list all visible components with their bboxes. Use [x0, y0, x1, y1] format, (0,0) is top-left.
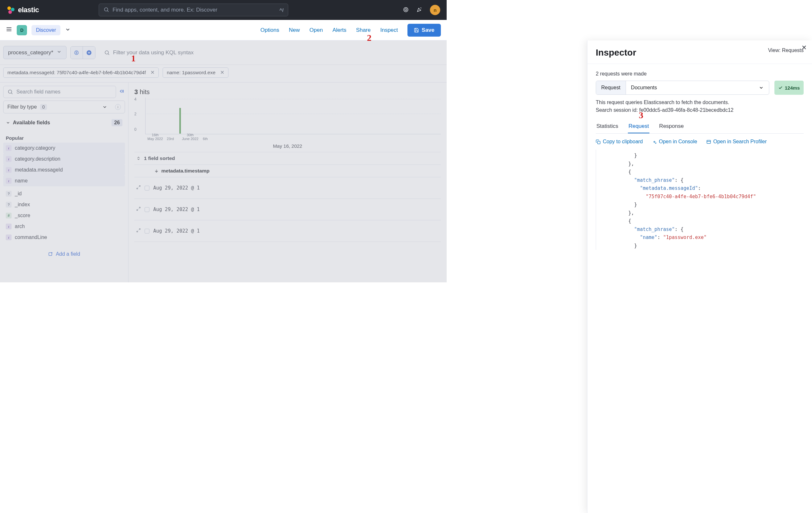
user-avatar[interactable]: n	[430, 5, 440, 15]
app-actions: Options New Open Alerts Share Inspect Sa…	[260, 24, 441, 37]
svg-line-27	[137, 209, 138, 210]
field-item[interactable]: tmetadata.messageId	[3, 164, 125, 175]
field-item[interactable]: ?_index	[3, 199, 125, 210]
field-item[interactable]: tname	[3, 175, 125, 186]
data-view-name: process_category*	[8, 50, 53, 56]
annotation-1: 1	[131, 53, 136, 64]
field-name: category.description	[15, 156, 60, 162]
discover-body: process_category* Filter your data using…	[0, 40, 447, 282]
field-item[interactable]: tcategory.description	[3, 154, 125, 164]
chart-bar	[179, 108, 181, 133]
field-search[interactable]: Search field names	[3, 86, 116, 98]
add-field-button[interactable]: Add a field	[3, 248, 125, 260]
hits-count: 3	[134, 88, 138, 95]
open-link[interactable]: Open	[310, 27, 323, 33]
field-type-filter[interactable]: Filter by type 0 i	[3, 100, 125, 113]
expand-icon[interactable]	[136, 185, 141, 191]
svg-point-3	[405, 9, 407, 10]
save-label: Save	[422, 27, 434, 33]
x-tick: 16th	[152, 133, 158, 137]
section-label: Available fields	[13, 120, 50, 126]
inspect-link[interactable]: Inspect	[380, 27, 398, 33]
search-icon	[104, 7, 109, 13]
brand-logo[interactable]: elastic	[6, 6, 39, 14]
chevron-down-icon[interactable]	[65, 27, 71, 33]
global-search-input[interactable]	[113, 7, 276, 13]
field-item[interactable]: tcategory.category	[3, 143, 125, 154]
expand-icon[interactable]	[136, 207, 141, 212]
fields-sidebar: Search field names Filter by type 0 i	[0, 83, 128, 282]
row-checkbox[interactable]	[145, 229, 149, 234]
alerts-link[interactable]: Alerts	[332, 27, 346, 33]
chevron-down-icon	[102, 104, 107, 110]
kql-placeholder: Filter your data using KQL syntax	[113, 50, 194, 56]
newsfeed-icon[interactable]	[403, 7, 409, 13]
field-name: name	[15, 178, 28, 184]
column-name: metadata.timestamp	[161, 168, 209, 174]
new-link[interactable]: New	[289, 27, 300, 33]
add-filter-button[interactable]	[83, 47, 95, 59]
doc-row[interactable]: Aug 29, 2022 @ 1	[134, 220, 441, 242]
field-item[interactable]: tarch	[3, 221, 125, 232]
field-search-placeholder: Search field names	[17, 89, 60, 95]
app-name-chip[interactable]: Discover	[31, 25, 60, 35]
share-link[interactable]: Share	[356, 27, 371, 33]
close-icon[interactable]: ✕	[149, 70, 154, 76]
text-type-icon: t	[6, 167, 11, 173]
doc-row[interactable]: Aug 29, 2022 @ 1	[134, 199, 441, 220]
options-link[interactable]: Options	[260, 27, 279, 33]
available-fields-header[interactable]: Available fields 26	[3, 116, 125, 129]
y-tick: 0	[134, 127, 137, 132]
svg-line-24	[139, 186, 140, 187]
filter-chips: metadata.messageId: 75f07c40-a4fe-4eb7-b…	[0, 65, 447, 83]
text-type-icon: t	[6, 156, 11, 162]
chevron-down-icon	[57, 49, 62, 56]
row-checkbox[interactable]	[145, 186, 149, 190]
hits-label: hits	[140, 88, 150, 95]
x-tick: 30th	[187, 133, 194, 137]
results-panel: 3 hits 4 2 0 16thMay 2022 23rd 30thJune …	[128, 83, 447, 282]
data-view-picker[interactable]: process_category*	[3, 46, 66, 59]
svg-line-28	[139, 229, 140, 230]
number-type-icon: #	[6, 213, 11, 218]
svg-point-0	[105, 8, 108, 11]
doc-row[interactable]: Aug 29, 2022 @ 1	[134, 177, 441, 199]
text-type-icon: t	[6, 223, 11, 229]
global-search[interactable]: ^/	[99, 3, 288, 17]
filter-type-label: Filter by type	[7, 104, 37, 110]
row-checkbox[interactable]	[145, 207, 149, 212]
celebrate-icon[interactable]	[416, 7, 422, 13]
filter-chip[interactable]: metadata.messageId: 75f07c40-a4fe-4eb7-b…	[3, 67, 159, 78]
date-range-label: May 16, 2022	[134, 143, 441, 149]
annotation-2: 2	[367, 33, 372, 43]
field-item[interactable]: ?_id	[3, 188, 125, 199]
collapse-sidebar-icon[interactable]	[119, 88, 125, 96]
svg-line-29	[137, 231, 138, 232]
close-icon[interactable]: ✕	[219, 70, 224, 76]
svg-point-16	[8, 90, 12, 93]
histogram-chart[interactable]: 4 2 0 16thMay 2022 23rd 30thJune 2022 6t…	[134, 98, 441, 143]
field-name: category.category	[15, 145, 55, 151]
popular-group-label: Popular	[3, 132, 125, 143]
column-header[interactable]: metadata.timestamp	[134, 165, 441, 177]
x-tick: 23rd	[167, 137, 174, 141]
filter-type-count: 0	[40, 104, 47, 110]
sort-bar[interactable]: 1 field sorted	[134, 152, 441, 165]
field-item[interactable]: tcommandLine	[3, 232, 125, 243]
expand-icon[interactable]	[136, 228, 141, 234]
unknown-type-icon: ?	[6, 202, 11, 208]
y-tick: 2	[134, 112, 137, 116]
app-badge[interactable]: D	[17, 25, 27, 35]
nav-toggle-icon[interactable]	[6, 26, 12, 34]
global-header: elastic ^/ n	[0, 0, 447, 20]
kql-input[interactable]: Filter your data using KQL syntax	[99, 46, 443, 59]
svg-point-14	[105, 51, 109, 54]
field-item[interactable]: #_score	[3, 210, 125, 221]
info-icon[interactable]: i	[115, 104, 121, 110]
unknown-type-icon: ?	[6, 191, 11, 197]
cell-timestamp: Aug 29, 2022 @ 1	[153, 185, 200, 191]
filter-chip[interactable]: name: 1password.exe ✕	[163, 67, 229, 78]
save-button[interactable]: Save	[407, 24, 441, 37]
hits-title: 3 hits	[134, 88, 441, 96]
filter-menu-button[interactable]	[71, 47, 83, 59]
